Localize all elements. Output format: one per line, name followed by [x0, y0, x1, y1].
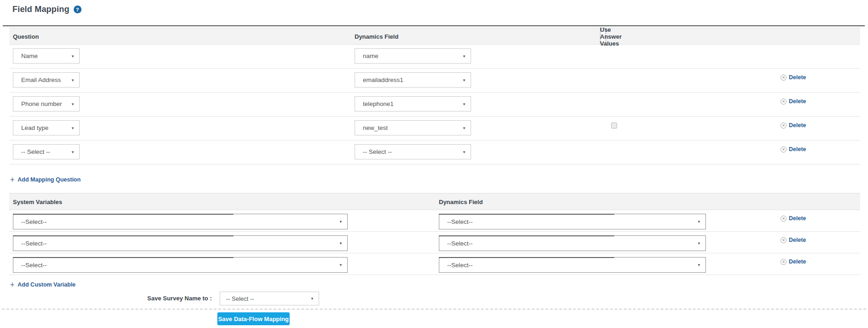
- save-survey-name-label: Save Survey Name to :: [111, 295, 212, 302]
- delete-link[interactable]: ✕Delete: [781, 98, 806, 105]
- help-icon[interactable]: ?: [74, 6, 82, 13]
- delete-circle-icon: ✕: [781, 237, 786, 243]
- system-variable-row-3: --Select--▼ --Select--▼ ✕Delete: [9, 253, 860, 275]
- chevron-down-icon: ▼: [71, 126, 75, 130]
- mapping-row-5: -- Select --▼ -- Select --▼ ✕Delete: [9, 141, 860, 164]
- header-divider: [3, 25, 865, 26]
- chevron-down-icon: ▼: [462, 54, 466, 58]
- system-variable-select[interactable]: --Select--▼: [13, 235, 348, 251]
- chevron-down-icon: ▼: [339, 241, 343, 246]
- chevron-down-icon: ▼: [339, 220, 343, 224]
- question-select[interactable]: Email Address▼: [13, 72, 80, 88]
- mapping-row-3: Phone number▼ telephone1▼ ✕Delete: [9, 93, 860, 117]
- dynamics-field-select[interactable]: new_test▼: [355, 120, 471, 135]
- system-variable-select[interactable]: --Select--▼: [13, 257, 348, 273]
- dynamics-field-select[interactable]: --Select--▼: [439, 257, 706, 273]
- dynamics-field-select[interactable]: --Select--▼: [439, 214, 706, 229]
- use-answer-values-label: Use Answer Values: [600, 28, 622, 45]
- chevron-down-icon: ▼: [462, 126, 466, 130]
- system-variable-row-1: --Select--▼ --Select--▼ ✕Delete: [9, 210, 860, 232]
- chevron-down-icon: ▼: [71, 54, 75, 58]
- chevron-down-icon: ▼: [697, 263, 701, 267]
- chevron-down-icon: ▼: [339, 263, 343, 267]
- chevron-down-icon: ▼: [462, 102, 466, 106]
- question-select[interactable]: Lead type▼: [13, 120, 80, 135]
- question-select[interactable]: Phone number▼: [13, 96, 80, 111]
- save-data-flow-mapping-button[interactable]: Save Data-Flow Mapping: [217, 312, 290, 325]
- dynamics-field-select[interactable]: -- Select --▼: [355, 144, 471, 159]
- save-survey-name-select[interactable]: -- Select -- ▼: [220, 292, 319, 305]
- question-mapping-table: Question Dynamics Field Use Answer Value…: [9, 28, 860, 164]
- dynamics-field-select[interactable]: emailaddress1▼: [355, 72, 471, 88]
- chevron-down-icon: ▼: [462, 78, 466, 82]
- page-title: Field Mapping: [12, 5, 70, 14]
- delete-circle-icon: ✕: [781, 259, 786, 265]
- mapping-row-1: Name▼ name▼: [9, 45, 860, 69]
- delete-link[interactable]: ✕Delete: [781, 215, 806, 222]
- delete-circle-icon: ✕: [781, 123, 786, 129]
- question-mapping-header-row: Question Dynamics Field Use Answer Value…: [9, 28, 860, 45]
- delete-circle-icon: ✕: [781, 75, 786, 81]
- system-variables-table: System Variables Dynamics Field --Select…: [9, 193, 860, 275]
- delete-circle-icon: ✕: [781, 216, 786, 222]
- dynamics-field-column-header: Dynamics Field: [439, 193, 483, 210]
- delete-link[interactable]: ✕Delete: [781, 146, 806, 152]
- plus-icon: +: [10, 176, 14, 183]
- use-answer-values-checkbox[interactable]: [611, 123, 617, 129]
- system-variable-select[interactable]: --Select--▼: [13, 214, 348, 229]
- system-variables-column-header: System Variables: [13, 193, 62, 210]
- chevron-down-icon: ▼: [71, 150, 75, 154]
- add-mapping-question-link[interactable]: + Add Mapping Question: [10, 176, 81, 183]
- chevron-down-icon: ▼: [310, 297, 314, 301]
- dynamics-field-column-header: Dynamics Field: [355, 28, 398, 45]
- add-custom-variable-link[interactable]: + Add Custom Variable: [10, 281, 76, 288]
- page-header: Field Mapping ?: [12, 5, 82, 14]
- dynamics-field-select[interactable]: --Select--▼: [439, 235, 706, 251]
- chevron-down-icon: ▼: [697, 220, 701, 224]
- delete-circle-icon: ✕: [781, 146, 786, 152]
- question-select[interactable]: -- Select --▼: [13, 144, 80, 159]
- delete-link[interactable]: ✕Delete: [781, 237, 806, 243]
- dynamics-field-select[interactable]: telephone1▼: [355, 96, 471, 111]
- chevron-down-icon: ▼: [697, 241, 701, 246]
- mapping-row-4: Lead type▼ new_test▼ ✕Delete: [9, 117, 860, 141]
- footer-dashed-divider: [2, 309, 866, 310]
- system-variable-row-2: --Select--▼ --Select--▼ ✕Delete: [9, 232, 860, 253]
- system-variables-header-row: System Variables Dynamics Field: [9, 193, 860, 210]
- question-select[interactable]: Name▼: [13, 48, 80, 64]
- dynamics-field-select[interactable]: name▼: [355, 48, 471, 64]
- question-column-header: Question: [13, 28, 39, 45]
- delete-link[interactable]: ✕Delete: [781, 74, 806, 81]
- chevron-down-icon: ▼: [462, 150, 466, 154]
- delete-circle-icon: ✕: [781, 99, 786, 105]
- field-mapping-page: Field Mapping ? Question Dynamics Field …: [0, 0, 868, 328]
- chevron-down-icon: ▼: [71, 78, 75, 82]
- delete-link[interactable]: ✕Delete: [781, 122, 806, 129]
- plus-icon: +: [10, 281, 14, 288]
- chevron-down-icon: ▼: [71, 102, 75, 106]
- delete-link[interactable]: ✕Delete: [781, 258, 806, 265]
- mapping-row-2: Email Address▼ emailaddress1▼ ✕Delete: [9, 69, 860, 93]
